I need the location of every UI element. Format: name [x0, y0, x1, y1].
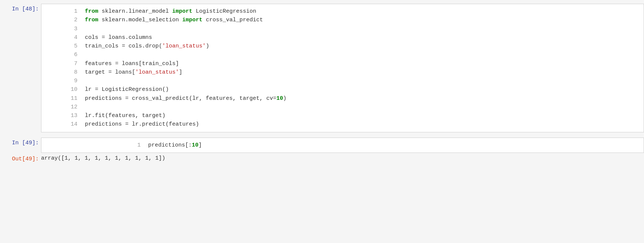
line-num-1: 1 — [46, 7, 85, 16]
line-code-1: from sklearn.linear_model import Logisti… — [85, 7, 639, 16]
line-code-5: train_cols = cols.drop('loan_status') — [85, 42, 639, 50]
num-10-cv: 10 — [276, 95, 283, 102]
code-line-49-1: 1 predictions[:10] — [46, 141, 639, 150]
line-num-6: 6 — [46, 50, 85, 59]
line-code-2: from sklearn.model_selection import cros… — [85, 16, 639, 24]
cell-in48-input: In [48]: 1 from sklearn.linear_model imp… — [0, 4, 644, 132]
notebook: In [48]: 1 from sklearn.linear_model imp… — [0, 0, 644, 243]
cell-in48-code[interactable]: 1 from sklearn.linear_model import Logis… — [41, 4, 644, 132]
code-line-3: 3 — [46, 25, 639, 33]
line-num-12: 12 — [46, 103, 85, 111]
keyword-import-1: import — [172, 8, 193, 15]
code-line-5: 5 train_cols = cols.drop('loan_status') — [46, 42, 639, 50]
keyword-import-2: import — [182, 17, 203, 23]
line-code-6 — [85, 50, 639, 59]
cell-in48: In [48]: 1 from sklearn.linear_model imp… — [0, 4, 644, 132]
line-num-4: 4 — [46, 33, 85, 42]
line-num-10: 10 — [46, 85, 85, 94]
line-num-13: 13 — [46, 111, 85, 120]
line-num-14: 14 — [46, 120, 85, 129]
code-line-2: 2 from sklearn.model_selection import cr… — [46, 16, 639, 24]
line-num-5: 5 — [46, 42, 85, 50]
keyword-from-2: from — [85, 17, 99, 23]
output-out49: Out[49]: array([1, 1, 1, 1, 1, 1, 1, 1, … — [0, 154, 644, 163]
line-num-3: 3 — [46, 25, 85, 33]
line-num-8: 8 — [46, 68, 85, 77]
num-10-slice: 10 — [192, 142, 198, 148]
code-line-11: 11 predictions = cross_val_predict(lr, f… — [46, 94, 639, 103]
line-code-14: predictions = lr.predict(features) — [85, 120, 639, 129]
code-table-49: 1 predictions[:10] — [46, 141, 639, 150]
line-num-11: 11 — [46, 94, 85, 103]
code-line-14: 14 predictions = lr.predict(features) — [46, 120, 639, 129]
code-line-9: 9 — [46, 77, 639, 85]
line-code-4: cols = loans.columns — [85, 33, 639, 42]
line-code-9 — [85, 77, 639, 85]
out49-label: Out[49]: — [0, 154, 41, 162]
out49-text: array([1, 1, 1, 1, 1, 1, 1, 1, 1, 1]) — [41, 154, 165, 163]
line-num-2: 2 — [46, 16, 85, 24]
cell-in48-label: In [48]: — [0, 4, 41, 12]
cell-in49-input: In [49]: 1 predictions[:10] — [0, 138, 644, 153]
code-line-7: 7 features = loans[train_cols] — [46, 59, 639, 68]
code-line-4: 4 cols = loans.columns — [46, 33, 639, 42]
cell-in49: In [49]: 1 predictions[:10] Out[49]: arr… — [0, 138, 644, 169]
line-code-7: features = loans[train_cols] — [85, 59, 639, 68]
line-code-3 — [85, 25, 639, 33]
line-code-10: lr = LogisticRegression() — [85, 85, 639, 94]
line-code-12 — [85, 103, 639, 111]
code-line-8: 8 target = loans['loan_status'] — [46, 68, 639, 77]
code-line-13: 13 lr.fit(features, target) — [46, 111, 639, 120]
line-code-8: target = loans['loan_status'] — [85, 68, 639, 77]
line-code-49-1: predictions[:10] — [148, 141, 639, 150]
cell-in49-code[interactable]: 1 predictions[:10] — [41, 138, 644, 153]
line-num-49-1: 1 — [46, 141, 148, 150]
code-table-48: 1 from sklearn.linear_model import Logis… — [46, 7, 639, 129]
code-line-1: 1 from sklearn.linear_model import Logis… — [46, 7, 639, 16]
gap-1 — [0, 132, 644, 138]
keyword-from-1: from — [85, 8, 99, 15]
line-code-13: lr.fit(features, target) — [85, 111, 639, 120]
cell-in49-label: In [49]: — [0, 138, 41, 146]
str-loan-status-2: 'loan_status' — [135, 69, 179, 76]
line-num-7: 7 — [46, 59, 85, 68]
str-loan-status-1: 'loan_status' — [162, 43, 206, 49]
line-code-11: predictions = cross_val_predict(lr, feat… — [85, 94, 639, 103]
code-line-6: 6 — [46, 50, 639, 59]
line-num-9: 9 — [46, 77, 85, 85]
code-line-12: 12 — [46, 103, 639, 111]
code-line-10: 10 lr = LogisticRegression() — [46, 85, 639, 94]
